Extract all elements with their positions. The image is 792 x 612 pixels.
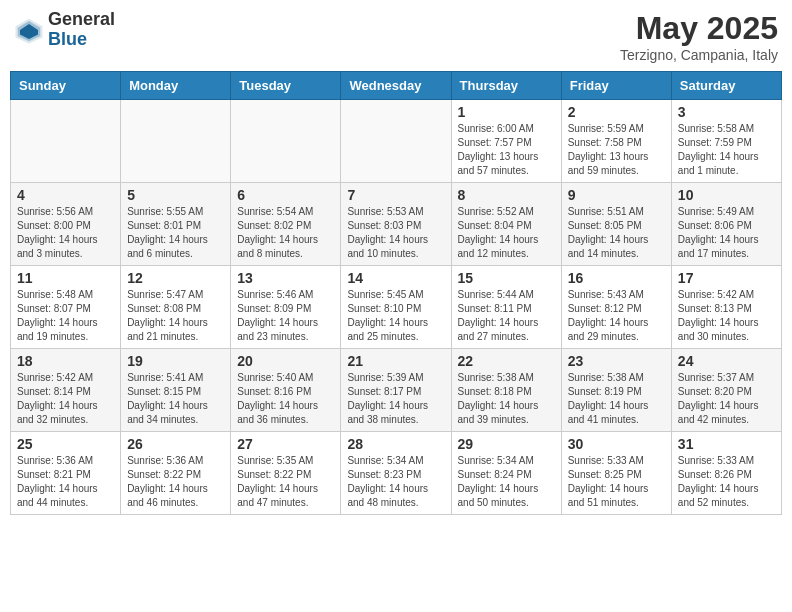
day-info: Sunrise: 5:33 AM Sunset: 8:25 PM Dayligh… [568, 454, 665, 510]
calendar-cell: 20Sunrise: 5:40 AM Sunset: 8:16 PM Dayli… [231, 349, 341, 432]
logo: General Blue [14, 10, 115, 50]
day-info: Sunrise: 5:54 AM Sunset: 8:02 PM Dayligh… [237, 205, 334, 261]
day-number: 19 [127, 353, 224, 369]
day-info: Sunrise: 5:33 AM Sunset: 8:26 PM Dayligh… [678, 454, 775, 510]
calendar-week-1: 1Sunrise: 6:00 AM Sunset: 7:57 PM Daylig… [11, 100, 782, 183]
weekday-header-friday: Friday [561, 72, 671, 100]
calendar-cell: 21Sunrise: 5:39 AM Sunset: 8:17 PM Dayli… [341, 349, 451, 432]
day-info: Sunrise: 6:00 AM Sunset: 7:57 PM Dayligh… [458, 122, 555, 178]
calendar-cell [341, 100, 451, 183]
weekday-header-row: SundayMondayTuesdayWednesdayThursdayFrid… [11, 72, 782, 100]
calendar-cell [231, 100, 341, 183]
day-info: Sunrise: 5:37 AM Sunset: 8:20 PM Dayligh… [678, 371, 775, 427]
calendar-cell: 22Sunrise: 5:38 AM Sunset: 8:18 PM Dayli… [451, 349, 561, 432]
calendar-cell: 24Sunrise: 5:37 AM Sunset: 8:20 PM Dayli… [671, 349, 781, 432]
day-number: 21 [347, 353, 444, 369]
day-info: Sunrise: 5:39 AM Sunset: 8:17 PM Dayligh… [347, 371, 444, 427]
calendar-cell: 15Sunrise: 5:44 AM Sunset: 8:11 PM Dayli… [451, 266, 561, 349]
day-number: 16 [568, 270, 665, 286]
day-info: Sunrise: 5:48 AM Sunset: 8:07 PM Dayligh… [17, 288, 114, 344]
day-number: 8 [458, 187, 555, 203]
page-header: General Blue May 2025 Terzigno, Campania… [10, 10, 782, 63]
calendar-cell: 18Sunrise: 5:42 AM Sunset: 8:14 PM Dayli… [11, 349, 121, 432]
day-info: Sunrise: 5:46 AM Sunset: 8:09 PM Dayligh… [237, 288, 334, 344]
day-info: Sunrise: 5:42 AM Sunset: 8:14 PM Dayligh… [17, 371, 114, 427]
day-number: 3 [678, 104, 775, 120]
day-info: Sunrise: 5:40 AM Sunset: 8:16 PM Dayligh… [237, 371, 334, 427]
calendar-cell: 13Sunrise: 5:46 AM Sunset: 8:09 PM Dayli… [231, 266, 341, 349]
day-number: 28 [347, 436, 444, 452]
day-number: 5 [127, 187, 224, 203]
calendar-cell: 19Sunrise: 5:41 AM Sunset: 8:15 PM Dayli… [121, 349, 231, 432]
day-info: Sunrise: 5:41 AM Sunset: 8:15 PM Dayligh… [127, 371, 224, 427]
day-number: 1 [458, 104, 555, 120]
calendar-cell: 28Sunrise: 5:34 AM Sunset: 8:23 PM Dayli… [341, 432, 451, 515]
day-number: 10 [678, 187, 775, 203]
day-number: 22 [458, 353, 555, 369]
day-number: 15 [458, 270, 555, 286]
calendar-cell: 27Sunrise: 5:35 AM Sunset: 8:22 PM Dayli… [231, 432, 341, 515]
calendar-body: 1Sunrise: 6:00 AM Sunset: 7:57 PM Daylig… [11, 100, 782, 515]
calendar-cell: 4Sunrise: 5:56 AM Sunset: 8:00 PM Daylig… [11, 183, 121, 266]
title-area: May 2025 Terzigno, Campania, Italy [620, 10, 778, 63]
weekday-header-wednesday: Wednesday [341, 72, 451, 100]
day-number: 27 [237, 436, 334, 452]
day-info: Sunrise: 5:59 AM Sunset: 7:58 PM Dayligh… [568, 122, 665, 178]
calendar-cell: 12Sunrise: 5:47 AM Sunset: 8:08 PM Dayli… [121, 266, 231, 349]
day-info: Sunrise: 5:38 AM Sunset: 8:18 PM Dayligh… [458, 371, 555, 427]
weekday-header-thursday: Thursday [451, 72, 561, 100]
day-number: 14 [347, 270, 444, 286]
calendar-week-2: 4Sunrise: 5:56 AM Sunset: 8:00 PM Daylig… [11, 183, 782, 266]
calendar-week-3: 11Sunrise: 5:48 AM Sunset: 8:07 PM Dayli… [11, 266, 782, 349]
calendar-cell: 23Sunrise: 5:38 AM Sunset: 8:19 PM Dayli… [561, 349, 671, 432]
weekday-header-tuesday: Tuesday [231, 72, 341, 100]
calendar-cell: 26Sunrise: 5:36 AM Sunset: 8:22 PM Dayli… [121, 432, 231, 515]
day-info: Sunrise: 5:35 AM Sunset: 8:22 PM Dayligh… [237, 454, 334, 510]
day-number: 6 [237, 187, 334, 203]
day-number: 26 [127, 436, 224, 452]
day-info: Sunrise: 5:38 AM Sunset: 8:19 PM Dayligh… [568, 371, 665, 427]
calendar-cell: 3Sunrise: 5:58 AM Sunset: 7:59 PM Daylig… [671, 100, 781, 183]
calendar-cell: 7Sunrise: 5:53 AM Sunset: 8:03 PM Daylig… [341, 183, 451, 266]
day-info: Sunrise: 5:45 AM Sunset: 8:10 PM Dayligh… [347, 288, 444, 344]
weekday-header-monday: Monday [121, 72, 231, 100]
calendar-table: SundayMondayTuesdayWednesdayThursdayFrid… [10, 71, 782, 515]
day-info: Sunrise: 5:36 AM Sunset: 8:22 PM Dayligh… [127, 454, 224, 510]
month-title: May 2025 [620, 10, 778, 47]
day-number: 17 [678, 270, 775, 286]
day-number: 13 [237, 270, 334, 286]
day-info: Sunrise: 5:55 AM Sunset: 8:01 PM Dayligh… [127, 205, 224, 261]
day-number: 7 [347, 187, 444, 203]
day-info: Sunrise: 5:42 AM Sunset: 8:13 PM Dayligh… [678, 288, 775, 344]
day-number: 24 [678, 353, 775, 369]
day-info: Sunrise: 5:53 AM Sunset: 8:03 PM Dayligh… [347, 205, 444, 261]
calendar-cell: 8Sunrise: 5:52 AM Sunset: 8:04 PM Daylig… [451, 183, 561, 266]
logo-text: General Blue [48, 10, 115, 50]
day-info: Sunrise: 5:34 AM Sunset: 8:24 PM Dayligh… [458, 454, 555, 510]
calendar-cell: 30Sunrise: 5:33 AM Sunset: 8:25 PM Dayli… [561, 432, 671, 515]
day-info: Sunrise: 5:34 AM Sunset: 8:23 PM Dayligh… [347, 454, 444, 510]
calendar-cell: 25Sunrise: 5:36 AM Sunset: 8:21 PM Dayli… [11, 432, 121, 515]
calendar-cell: 6Sunrise: 5:54 AM Sunset: 8:02 PM Daylig… [231, 183, 341, 266]
logo-blue-text: Blue [48, 30, 115, 50]
day-number: 25 [17, 436, 114, 452]
day-number: 18 [17, 353, 114, 369]
day-info: Sunrise: 5:36 AM Sunset: 8:21 PM Dayligh… [17, 454, 114, 510]
day-info: Sunrise: 5:44 AM Sunset: 8:11 PM Dayligh… [458, 288, 555, 344]
calendar-cell: 1Sunrise: 6:00 AM Sunset: 7:57 PM Daylig… [451, 100, 561, 183]
day-number: 29 [458, 436, 555, 452]
day-number: 11 [17, 270, 114, 286]
location-title: Terzigno, Campania, Italy [620, 47, 778, 63]
calendar-week-4: 18Sunrise: 5:42 AM Sunset: 8:14 PM Dayli… [11, 349, 782, 432]
day-info: Sunrise: 5:52 AM Sunset: 8:04 PM Dayligh… [458, 205, 555, 261]
calendar-cell: 16Sunrise: 5:43 AM Sunset: 8:12 PM Dayli… [561, 266, 671, 349]
calendar-cell [121, 100, 231, 183]
calendar-cell [11, 100, 121, 183]
calendar-cell: 14Sunrise: 5:45 AM Sunset: 8:10 PM Dayli… [341, 266, 451, 349]
calendar-cell: 17Sunrise: 5:42 AM Sunset: 8:13 PM Dayli… [671, 266, 781, 349]
day-info: Sunrise: 5:47 AM Sunset: 8:08 PM Dayligh… [127, 288, 224, 344]
day-number: 12 [127, 270, 224, 286]
day-number: 20 [237, 353, 334, 369]
day-info: Sunrise: 5:49 AM Sunset: 8:06 PM Dayligh… [678, 205, 775, 261]
calendar-cell: 31Sunrise: 5:33 AM Sunset: 8:26 PM Dayli… [671, 432, 781, 515]
